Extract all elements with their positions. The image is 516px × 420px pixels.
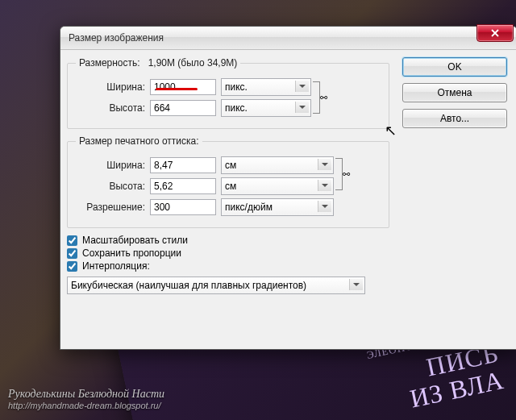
resolution-input[interactable]: 300 xyxy=(150,199,216,215)
resolution-label: Разрешение: xyxy=(76,202,145,213)
chevron-down-icon xyxy=(318,159,331,170)
doc-height-unit-select[interactable]: см xyxy=(221,177,334,195)
scale-styles-checkbox[interactable] xyxy=(67,235,77,246)
image-size-dialog: Размер изображения OK Отмена Авто... Раз… xyxy=(60,26,516,350)
resample-checkbox[interactable] xyxy=(67,261,77,272)
watermark-line2: http://myhandmade-dream.blogspot.ru/ xyxy=(8,401,164,410)
auto-button[interactable]: Авто... xyxy=(402,109,507,128)
chevron-down-icon xyxy=(295,102,309,113)
link-icon: ⚯ xyxy=(320,93,327,103)
doc-width-label: Ширина: xyxy=(76,160,145,171)
document-size-group: Размер печатного оттиска: Ширина: 8,47 с… xyxy=(67,135,389,228)
doc-width-input[interactable]: 8,47 xyxy=(150,157,216,173)
pixel-width-label: Ширина: xyxy=(76,81,145,93)
cancel-button[interactable]: Отмена xyxy=(402,83,507,102)
chevron-down-icon xyxy=(318,201,331,212)
watermark-line1: Рукоделькины Безлюдной Насти xyxy=(8,388,164,401)
doc-height-input[interactable]: 5,62 xyxy=(150,178,216,194)
pixel-constrain-bracket: ⚯ xyxy=(313,81,320,114)
pixel-size-info: 1,90M (было 34,9M) xyxy=(148,57,238,69)
pixel-height-input[interactable]: 664 xyxy=(150,100,216,116)
pixel-dimensions-group: Размерность: 1,90M (было 34,9M) Ширина: … xyxy=(67,57,389,129)
resample-method-select[interactable]: Бикубическая (наилучшая для плавных град… xyxy=(67,277,365,294)
chevron-down-icon xyxy=(349,279,363,290)
pixel-legend-prefix: Размерность: xyxy=(79,57,140,69)
pixel-height-unit-select[interactable]: пикс. xyxy=(221,99,311,117)
resolution-unit-select[interactable]: пикс/дюйм xyxy=(221,198,334,216)
ok-button[interactable]: OK xyxy=(402,57,507,77)
chevron-down-icon xyxy=(295,81,309,92)
doc-width-unit-select[interactable]: см xyxy=(221,156,334,174)
titlebar[interactable]: Размер изображения xyxy=(60,27,516,50)
chevron-down-icon xyxy=(318,180,331,191)
watermark: Рукоделькины Безлюдной Насти http://myha… xyxy=(8,388,164,410)
doc-height-label: Высота: xyxy=(76,181,145,192)
link-icon: ⚯ xyxy=(343,169,350,180)
scale-styles-label: Масштабировать стили xyxy=(82,235,188,246)
dialog-title: Размер изображения xyxy=(69,32,164,44)
pixel-width-input[interactable]: 1000 xyxy=(150,79,216,95)
close-button[interactable] xyxy=(476,24,514,42)
doc-constrain-bracket: ⚯ xyxy=(335,158,343,190)
close-icon xyxy=(491,29,499,37)
pixel-width-unit-select[interactable]: пикс. xyxy=(221,78,311,96)
pixel-height-label: Высота: xyxy=(76,102,145,114)
constrain-proportions-checkbox[interactable] xyxy=(67,248,77,259)
resample-label: Интерполяция: xyxy=(82,260,150,272)
constrain-proportions-label: Сохранить пропорции xyxy=(82,247,181,259)
document-size-legend: Размер печатного оттиска: xyxy=(76,135,202,147)
